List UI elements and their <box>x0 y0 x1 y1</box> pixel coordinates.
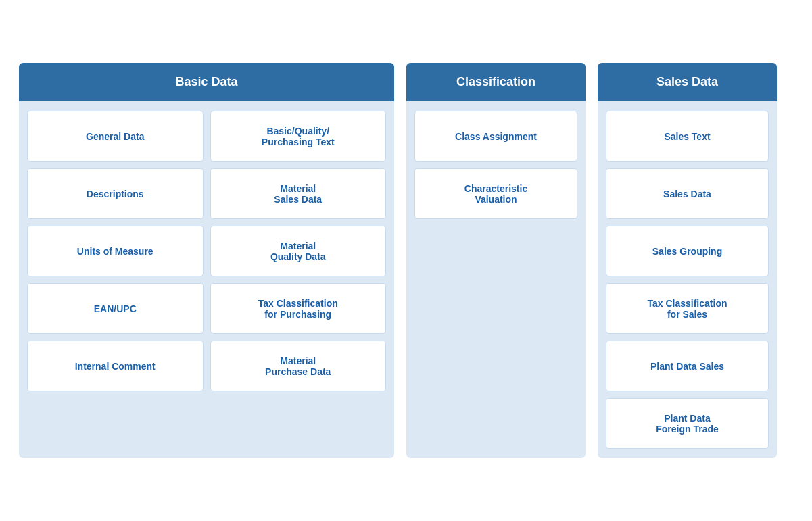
tax-classification-sales-card[interactable]: Tax Classificationfor Sales <box>606 283 769 334</box>
sales-grouping-card[interactable]: Sales Grouping <box>606 226 769 276</box>
plant-data-sales-card[interactable]: Plant Data Sales <box>606 341 769 391</box>
units-of-measure-card[interactable]: Units of Measure <box>27 226 204 276</box>
sales-data-body: Sales Text Sales Data Sales Grouping Tax… <box>598 101 777 458</box>
tax-classification-purchasing-card[interactable]: Tax Classificationfor Purchasing <box>210 283 387 334</box>
sales-data-header: Sales Data <box>598 63 777 101</box>
basic-data-column: Basic Data General Data Basic/Quality/Pu… <box>19 63 394 458</box>
class-assignment-card[interactable]: Class Assignment <box>414 111 577 162</box>
general-data-card[interactable]: General Data <box>27 111 204 162</box>
basic-data-header: Basic Data <box>19 63 394 101</box>
classification-column: Classification Class Assignment Characte… <box>406 63 586 458</box>
basic-quality-purchasing-text-card[interactable]: Basic/Quality/Purchasing Text <box>210 111 387 162</box>
page-container: Basic Data General Data Basic/Quality/Pu… <box>0 43 812 478</box>
plant-data-foreign-trade-card[interactable]: Plant DataForeign Trade <box>606 398 769 449</box>
sales-data-card[interactable]: Sales Data <box>606 168 769 219</box>
classification-header: Classification <box>406 63 586 101</box>
material-purchase-data-card[interactable]: MaterialPurchase Data <box>210 341 387 391</box>
basic-data-body: General Data Basic/Quality/Purchasing Te… <box>19 101 394 458</box>
basic-data-grid: General Data Basic/Quality/Purchasing Te… <box>27 111 386 391</box>
sales-text-card[interactable]: Sales Text <box>606 111 769 162</box>
ean-upc-card[interactable]: EAN/UPC <box>27 283 204 334</box>
internal-comment-card[interactable]: Internal Comment <box>27 341 204 391</box>
classification-body: Class Assignment CharacteristicValuation <box>406 101 586 458</box>
material-sales-data-card[interactable]: MaterialSales Data <box>210 168 387 219</box>
characteristic-valuation-card[interactable]: CharacteristicValuation <box>414 168 577 219</box>
descriptions-card[interactable]: Descriptions <box>27 168 204 219</box>
material-quality-data-card[interactable]: MaterialQuality Data <box>210 226 387 276</box>
sales-data-column: Sales Data Sales Text Sales Data Sales G… <box>598 63 777 458</box>
